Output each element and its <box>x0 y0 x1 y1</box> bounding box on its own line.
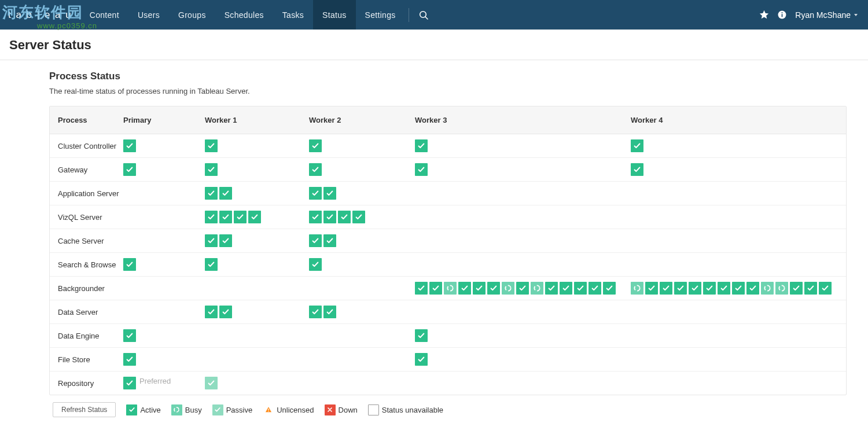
status-indicator-busy <box>444 282 457 295</box>
legend-item-unlicensed: Unlicensed <box>263 404 314 415</box>
cell-worker2 <box>309 205 415 229</box>
status-indicator-active <box>123 163 136 176</box>
table-row: Application Server <box>50 182 846 205</box>
cell-worker4 <box>631 354 839 365</box>
header-worker1: Worker 1 <box>205 106 309 134</box>
status-indicator-active <box>589 282 601 295</box>
cell-worker3 <box>415 134 631 157</box>
status-indicator-active <box>703 282 716 295</box>
status-indicator-active <box>309 234 322 247</box>
process-name: File Store <box>50 348 123 371</box>
status-indicator-busy <box>775 282 788 295</box>
status-indicator-active <box>309 258 322 271</box>
legend-label: Active <box>140 406 160 414</box>
status-indicator-active <box>804 282 817 295</box>
status-indicator-active <box>560 282 572 295</box>
cell-worker1 <box>205 372 309 395</box>
cell-worker2 <box>309 229 415 252</box>
legend-item-busy: Busy <box>171 404 202 415</box>
status-indicator-busy <box>502 282 514 295</box>
svg-point-10 <box>779 285 784 290</box>
table-row: File Store <box>50 348 846 372</box>
cell-worker3 <box>415 212 631 222</box>
legend-label: Passive <box>226 406 253 414</box>
search-button[interactable] <box>413 0 435 30</box>
process-name: VizQL Server <box>50 206 123 229</box>
nav-tab-schedules[interactable]: Schedules <box>215 0 273 30</box>
cell-worker2 <box>309 253 415 276</box>
process-name: Search & Browse <box>50 253 123 276</box>
user-menu[interactable]: Ryan McShane <box>795 10 858 20</box>
status-indicator-active <box>205 234 218 247</box>
svg-rect-12 <box>268 409 269 410</box>
legend-label: Busy <box>185 406 202 414</box>
cell-primary <box>123 134 205 157</box>
svg-rect-3 <box>782 14 783 17</box>
status-indicator-passive <box>205 377 218 389</box>
process-name: Repository <box>50 372 123 395</box>
table-footer: Refresh Status ActiveBusyPassiveUnlicens… <box>49 400 856 417</box>
user-name: Ryan McShane <box>795 10 851 20</box>
status-indicator-active <box>746 282 759 295</box>
svg-point-5 <box>447 285 453 290</box>
status-indicator-active <box>516 282 529 295</box>
nav-tab-users[interactable]: Users <box>128 0 169 30</box>
nav-tab-tasks[interactable]: Tasks <box>273 0 313 30</box>
status-indicator-active <box>415 282 428 295</box>
top-right-controls: Ryan McShane <box>759 0 868 30</box>
status-indicator-active <box>415 329 428 342</box>
status-indicator-unavailable <box>368 404 379 415</box>
legend-item-active: Active <box>126 404 160 415</box>
status-indicator-active <box>219 234 232 247</box>
status-indicator-active <box>309 163 322 176</box>
status-indicator-active <box>473 282 486 295</box>
cell-worker3 <box>415 378 631 388</box>
cell-worker3 <box>415 259 631 270</box>
status-indicator-active <box>415 353 428 366</box>
cell-worker2 <box>309 378 415 388</box>
status-indicator-active <box>323 211 336 223</box>
main-content: Process Status The real-time status of p… <box>0 60 856 434</box>
nav-tab-content[interactable]: Content <box>80 0 128 30</box>
status-indicator-busy <box>531 282 543 295</box>
cell-worker1 <box>205 354 309 365</box>
nav-tab-settings[interactable]: Settings <box>356 0 405 30</box>
table-row: Backgrounder <box>50 277 846 300</box>
status-indicator-active <box>338 211 351 223</box>
svg-point-6 <box>505 285 510 290</box>
status-indicator-active <box>126 404 137 415</box>
legend-item-passive: Passive <box>212 404 253 415</box>
status-indicator-active <box>219 187 232 200</box>
legend-item-unavailable: Status unavailable <box>368 404 443 415</box>
status-indicator-passive <box>212 404 223 415</box>
cell-primary <box>123 236 205 246</box>
cell-worker1 <box>205 253 309 276</box>
table-row: Gateway <box>50 158 846 182</box>
status-indicator-active <box>123 377 136 389</box>
cell-primary <box>123 253 205 276</box>
nav-tab-status[interactable]: Status <box>313 0 356 30</box>
status-indicator-down <box>325 404 336 415</box>
status-indicator-active <box>309 187 322 200</box>
legend-item-down: Down <box>325 404 358 415</box>
cell-worker2 <box>309 158 415 181</box>
favorites-button[interactable] <box>759 10 769 20</box>
refresh-status-button[interactable]: Refresh Status <box>53 402 116 417</box>
product-logo[interactable]: t a b | e a u <box>0 0 80 30</box>
page-title-bar: Server Status <box>0 30 868 60</box>
nav-tab-groups[interactable]: Groups <box>169 0 215 30</box>
header-worker3: Worker 3 <box>415 106 631 134</box>
cell-worker2 <box>309 354 415 365</box>
legend-label: Status unavailable <box>382 406 443 414</box>
cell-worker3 <box>415 307 631 317</box>
info-button[interactable] <box>777 10 787 20</box>
header-process: Process <box>50 106 123 134</box>
process-name: Backgrounder <box>50 277 123 300</box>
status-indicator-active <box>309 211 322 223</box>
process-status-table: Process Primary Worker 1 Worker 2 Worker… <box>49 106 847 395</box>
cell-worker1 <box>205 229 309 252</box>
table-body: Cluster ControllerGatewayApplication Ser… <box>50 134 846 395</box>
table-row: RepositoryPreferred <box>50 372 846 395</box>
cell-primary: Preferred <box>123 372 205 395</box>
cell-worker2 <box>309 283 415 293</box>
